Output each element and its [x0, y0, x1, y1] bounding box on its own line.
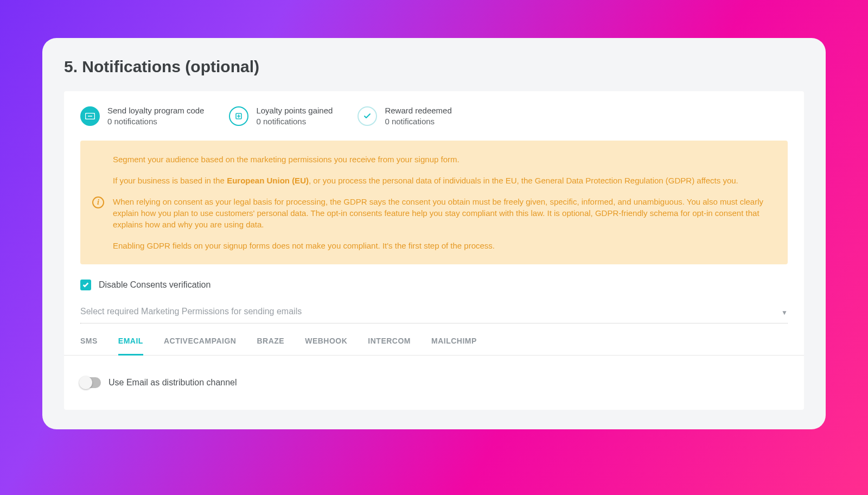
notif-title: Loyalty points gained	[256, 105, 333, 116]
notif-title: Send loyalty program code	[107, 105, 204, 116]
alert-text: If your business is based in the	[113, 176, 227, 185]
alert-paragraph: If your business is based in the Europea…	[113, 175, 771, 186]
notif-item-points[interactable]: Loyalty points gained 0 notifications	[229, 105, 333, 128]
marketing-permissions-select[interactable]: Select required Marketing Permissions fo…	[80, 302, 788, 323]
check-icon	[358, 106, 377, 126]
select-placeholder: Select required Marketing Permissions fo…	[80, 307, 302, 320]
tab-webhook[interactable]: WEBHOOK	[305, 331, 347, 355]
alert-paragraph: When relying on consent as your legal ba…	[113, 196, 771, 230]
email-channel-toggle[interactable]	[80, 377, 101, 388]
tab-activecampaign[interactable]: ACTIVECAMPAIGN	[164, 331, 237, 355]
section-body: Send loyalty program code 0 notification…	[64, 91, 804, 410]
notif-title: Reward redeemed	[385, 105, 451, 116]
chevron-down-icon: ▼	[781, 309, 788, 320]
tab-email[interactable]: EMAIL	[118, 331, 143, 356]
tab-sms[interactable]: SMS	[80, 331, 98, 355]
gdpr-alert: i Segment your audience based on the mar…	[80, 141, 788, 264]
alert-text: , or you process the personal data of in…	[309, 176, 738, 185]
notif-count: 0 notifications	[107, 116, 204, 127]
info-icon: i	[92, 196, 104, 208]
tab-intercom[interactable]: INTERCOM	[368, 331, 411, 355]
notif-item-loyalty-code[interactable]: Send loyalty program code 0 notification…	[80, 105, 204, 128]
points-icon	[229, 106, 248, 126]
section-title: 5. Notifications (optional)	[64, 58, 804, 76]
alert-bold: European Union (EU)	[227, 176, 309, 185]
alert-paragraph: Segment your audience based on the marke…	[113, 154, 771, 165]
alert-paragraph: Enabling GDPR fields on your signup form…	[113, 240, 771, 251]
disable-consents-label: Disable Consents verification	[99, 280, 210, 290]
notif-item-reward[interactable]: Reward redeemed 0 notifications	[358, 105, 451, 128]
notification-summary-row: Send loyalty program code 0 notification…	[64, 105, 804, 141]
channel-tabs: SMS EMAIL ACTIVECAMPAIGN BRAZE WEBHOOK I…	[64, 323, 804, 356]
tab-braze[interactable]: BRAZE	[257, 331, 284, 355]
notif-count: 0 notifications	[256, 116, 333, 127]
email-channel-label: Use Email as distribution channel	[108, 378, 237, 388]
ticket-icon	[80, 106, 100, 126]
email-channel-row: Use Email as distribution channel	[64, 356, 804, 388]
disable-consents-checkbox[interactable]	[80, 280, 91, 290]
disable-consents-row: Disable Consents verification	[64, 264, 804, 302]
notif-count: 0 notifications	[385, 116, 451, 127]
settings-card: 5. Notifications (optional) Send loyalty…	[42, 38, 826, 429]
tab-mailchimp[interactable]: MAILCHIMP	[431, 331, 477, 355]
